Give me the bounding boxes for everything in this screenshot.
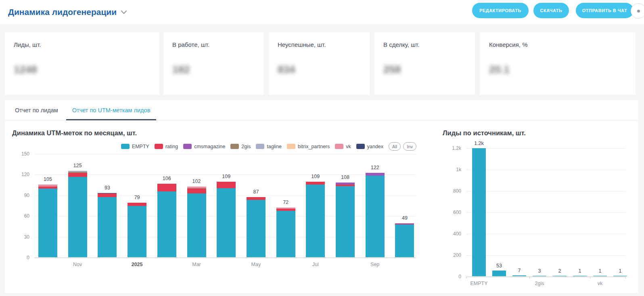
segment-EMPTY [306, 185, 325, 257]
legend-item-EMPTY[interactable]: EMPTY [121, 144, 149, 149]
source-bar-bitrix_partners[interactable] [573, 276, 587, 276]
legend-swatch-icon [155, 144, 163, 149]
kpi-value-blurred: 1248 [14, 63, 37, 76]
segment-EMPTY [366, 176, 385, 257]
legend-swatch-icon [230, 144, 239, 149]
segment-rating [187, 189, 206, 193]
gridline [466, 212, 625, 213]
edit-button[interactable]: РЕДАКТИРОВАТЬ [472, 3, 529, 18]
gridline [466, 255, 625, 256]
segment-rating [157, 184, 176, 191]
legend-swatch-icon [335, 144, 343, 149]
legend-swatch-icon [121, 144, 130, 149]
stacked-bar-5[interactable] [157, 184, 176, 257]
stacked-bar-1[interactable] [38, 185, 57, 257]
tab-utm-report[interactable]: Отчет по UTM-меткам лидов [66, 100, 157, 120]
bar-total-label: 87 [253, 189, 259, 195]
gridline [466, 234, 625, 234]
stacked-bar-9[interactable] [276, 208, 295, 257]
x-tick-label: Jul [312, 262, 319, 267]
kpi-title: Лиды, шт. [14, 41, 159, 48]
segment-EMPTY [128, 206, 146, 257]
stacked-bar-11[interactable] [336, 183, 355, 257]
bar-total-label: 49 [402, 215, 408, 221]
source-bar-rating[interactable] [492, 271, 506, 276]
more-menu-button[interactable] [631, 3, 644, 19]
stacked-bar-6[interactable] [187, 187, 206, 257]
y-tick-label: 1k [456, 167, 461, 172]
legend-item-vk[interactable]: vk [335, 144, 351, 149]
stacked-bar-10[interactable] [306, 182, 325, 257]
legend-item-bitrix_partners[interactable]: bitrix_partners [287, 144, 330, 149]
gridline [466, 191, 625, 191]
source-bar-yandex[interactable] [613, 276, 627, 276]
legend-swatch-icon [183, 144, 192, 149]
segment-EMPTY [98, 197, 117, 257]
segment-EMPTY [247, 200, 266, 257]
segment-EMPTY [38, 189, 57, 257]
x-tick-label: Nov [73, 262, 82, 267]
x-tick-label: Sep [370, 262, 379, 267]
y-tick-label: 0 [27, 255, 29, 260]
segment-EMPTY [336, 186, 355, 257]
segment-EMPTY [68, 177, 87, 257]
stacked-bar-2[interactable] [68, 171, 87, 257]
x-tick-label: vk [598, 281, 603, 286]
kpi-card-conversion: Конверсия, % 20.1 [480, 32, 636, 95]
legend-item-rating[interactable]: rating [155, 144, 178, 149]
kpi-title: В сделку, шт. [383, 41, 475, 48]
tab-leads-report[interactable]: Отчет по лидам [9, 100, 64, 120]
stacked-bar-12[interactable] [366, 173, 385, 257]
bar-value-label: 1.2k [474, 141, 484, 146]
gridline [34, 154, 416, 154]
legend-item-tagline[interactable]: tagline [256, 144, 282, 149]
stacked-bar-13[interactable] [395, 223, 414, 257]
legend-inv-button[interactable]: Inv [403, 142, 416, 151]
segment-rating [306, 182, 325, 185]
source-bar-2gis[interactable] [533, 276, 546, 276]
legend-item-cmsmagazine[interactable]: cmsmagazine [183, 144, 225, 149]
x-tick-label: 2025 [132, 262, 143, 267]
stacked-bar-4[interactable] [128, 203, 146, 257]
chevron-down-icon [121, 10, 127, 14]
download-button[interactable]: СКАЧАТЬ [533, 3, 569, 18]
bar-total-label: 109 [222, 174, 230, 179]
y-tick-label: 200 [453, 252, 461, 258]
legend-item-yandex[interactable]: yandex [356, 144, 383, 149]
bar-total-label: 72 [283, 199, 289, 205]
bar-total-label: 106 [163, 176, 171, 181]
y-tick-label: 90 [24, 193, 29, 198]
report-title-dropdown[interactable]: Динамика лидогенерации [8, 0, 127, 24]
legend-label: cmsmagazine [194, 144, 225, 149]
bar-value-label: 1 [599, 268, 602, 274]
source-bar-vk[interactable] [593, 276, 607, 276]
bar-value-label: 3 [538, 268, 541, 274]
bar-total-label: 102 [192, 178, 201, 184]
segment-EMPTY [276, 211, 295, 257]
legend-item-2gis[interactable]: 2gis [230, 144, 251, 149]
send-to-chat-button[interactable]: ОТПРАВИТЬ В ЧАТ [576, 3, 634, 18]
legend-swatch-icon [256, 144, 264, 149]
stacked-bar-3[interactable] [98, 193, 117, 257]
bar-total-label: 79 [134, 195, 140, 200]
gridline [466, 170, 625, 170]
source-bar-tagline[interactable] [553, 276, 567, 276]
source-bar-cmsmagazine[interactable] [512, 275, 526, 276]
segment-EMPTY [187, 193, 206, 257]
segment-rating [128, 203, 146, 206]
kpi-value-blurred: 258 [383, 63, 401, 76]
legend-label: bitrix_partners [298, 144, 330, 149]
x-tick-label: EMPTY [470, 281, 487, 286]
kpi-value-blurred: 20.1 [489, 63, 510, 76]
stacked-bar-7[interactable] [217, 182, 236, 257]
stacked-bar-8[interactable] [247, 197, 266, 257]
report-panel: Отчет по лидам Отчет по UTM-меткам лидов… [5, 100, 638, 293]
y-tick-label: 120 [21, 172, 29, 177]
source-bar-EMPTY[interactable] [472, 148, 486, 276]
page-header: Динамика лидогенерации РЕДАКТИРОВАТЬ СКА… [0, 0, 644, 24]
x-tick-label: 2gis [535, 281, 544, 286]
legend-swatch-icon [287, 144, 295, 149]
legend-all-button[interactable]: All [389, 142, 401, 151]
kpi-value-blurred: 834 [278, 63, 295, 76]
segment-EMPTY [395, 225, 414, 257]
